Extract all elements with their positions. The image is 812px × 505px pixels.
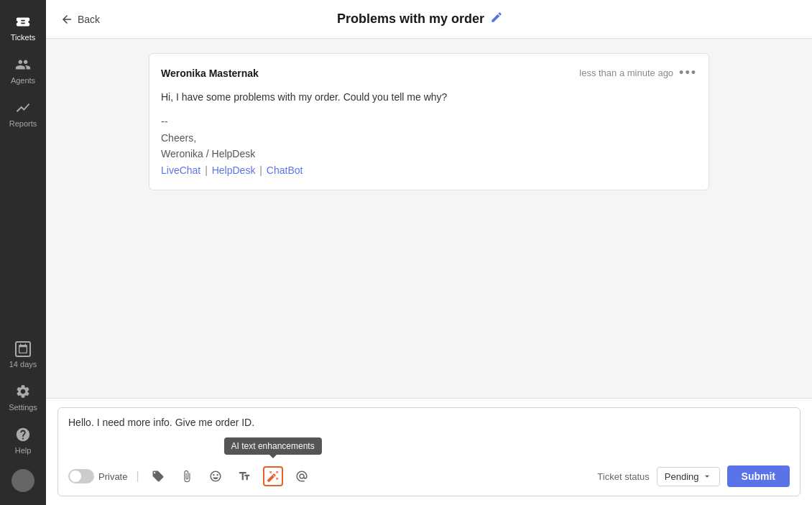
toolbar-separator: |	[136, 470, 139, 483]
chevron-down-icon	[702, 471, 712, 481]
tag-icon	[152, 470, 165, 483]
private-toggle[interactable]	[68, 469, 94, 483]
main-content: Back Problems with my order Weronika Mas…	[46, 0, 812, 505]
settings-icon	[14, 383, 32, 400]
sidebar-item-label-tickets: Tickets	[11, 33, 35, 42]
mention-icon	[295, 470, 308, 483]
page-header: Back Problems with my order	[46, 0, 812, 39]
emoji-icon	[209, 470, 222, 483]
back-button[interactable]: Back	[60, 13, 100, 26]
help-icon	[14, 426, 32, 443]
format-button[interactable]	[234, 466, 254, 486]
message-card: Weronika Masternak less than a minute ag…	[149, 53, 709, 190]
status-dropdown[interactable]: Pending	[657, 467, 720, 486]
ai-enhance-button[interactable]	[263, 466, 283, 486]
message-area: Weronika Masternak less than a minute ag…	[46, 39, 812, 398]
back-arrow-icon	[60, 13, 73, 26]
sidebar-item-settings[interactable]: Settings	[0, 376, 46, 419]
message-header: Weronika Masternak less than a minute ag…	[161, 65, 697, 80]
sidebar-item-label-settings: Settings	[9, 403, 37, 412]
compose-text[interactable]: Hello. I need more info. Give me order I…	[68, 417, 790, 460]
sidebar-item-tickets[interactable]: Tickets	[0, 6, 46, 49]
sidebar-bottom: 14 days Settings Help	[0, 334, 46, 499]
submit-button[interactable]: Submit	[727, 465, 790, 487]
status-selected: Pending	[665, 471, 699, 482]
sender-name: Weronika Masternak	[161, 68, 259, 79]
sidebar-item-label-help: Help	[15, 446, 32, 455]
link-helpdesk[interactable]: HelpDesk	[212, 165, 256, 176]
page-title: Problems with my order	[100, 11, 740, 27]
message-cheers: Cheers,	[161, 130, 697, 146]
attach-button[interactable]	[177, 466, 197, 486]
ai-tooltip: AI text enhancements	[224, 437, 322, 455]
private-label: Private	[98, 471, 127, 482]
ticket-icon	[14, 13, 32, 30]
toggle-knob	[70, 471, 81, 482]
attach-icon	[180, 470, 193, 483]
sidebar-item-avatar[interactable]	[0, 462, 46, 499]
message-body: Hi, I have some problems with my order. …	[161, 89, 697, 178]
ai-enhance-icon	[267, 470, 280, 483]
sidebar-item-label-agents: Agents	[11, 76, 35, 85]
toolbar-left: Private |	[68, 466, 312, 486]
sidebar-item-agents[interactable]: Agents	[0, 49, 46, 92]
agents-icon	[14, 56, 32, 73]
compose-box: Hello. I need more info. Give me order I…	[57, 407, 801, 496]
private-toggle-wrap: Private	[68, 469, 127, 483]
avatar	[11, 469, 34, 492]
message-line1: Hi, I have some problems with my order. …	[161, 89, 697, 105]
tag-button[interactable]	[148, 466, 168, 486]
compose-toolbar: Private |	[68, 465, 790, 487]
ticket-status-label: Ticket status	[597, 471, 649, 482]
edit-title-icon[interactable]	[490, 11, 503, 27]
ai-enhance-wrap: AI text enhancements	[263, 466, 283, 486]
message-meta: less than a minute ago •••	[579, 65, 697, 80]
format-icon	[238, 470, 251, 483]
reports-icon	[14, 99, 32, 116]
sidebar: Tickets Agents Reports 14 days	[0, 0, 46, 505]
calendar-icon	[15, 341, 31, 357]
message-signature: -- Cheers, Weronika / HelpDesk LiveChat …	[161, 113, 697, 178]
sidebar-item-reports[interactable]: Reports	[0, 92, 46, 135]
mention-button[interactable]	[292, 466, 312, 486]
toolbar-right: Ticket status Pending Submit	[597, 465, 790, 487]
link-chatbot[interactable]: ChatBot	[267, 165, 303, 176]
sidebar-item-14days[interactable]: 14 days	[0, 334, 46, 376]
emoji-button[interactable]	[206, 466, 226, 486]
message-timestamp: less than a minute ago	[579, 68, 673, 78]
sidebar-item-help[interactable]: Help	[0, 419, 46, 462]
message-links: LiveChat | HelpDesk | ChatBot	[161, 162, 697, 178]
sidebar-item-label-14days: 14 days	[9, 360, 37, 369]
compose-area: Hello. I need more info. Give me order I…	[46, 398, 812, 505]
more-options-icon[interactable]: •••	[679, 65, 697, 80]
sidebar-item-label-reports: Reports	[9, 119, 37, 128]
message-sig-name: Weronika / HelpDesk	[161, 146, 697, 162]
link-livechat[interactable]: LiveChat	[161, 165, 200, 176]
back-label: Back	[78, 14, 100, 25]
message-separator: --	[161, 113, 697, 129]
